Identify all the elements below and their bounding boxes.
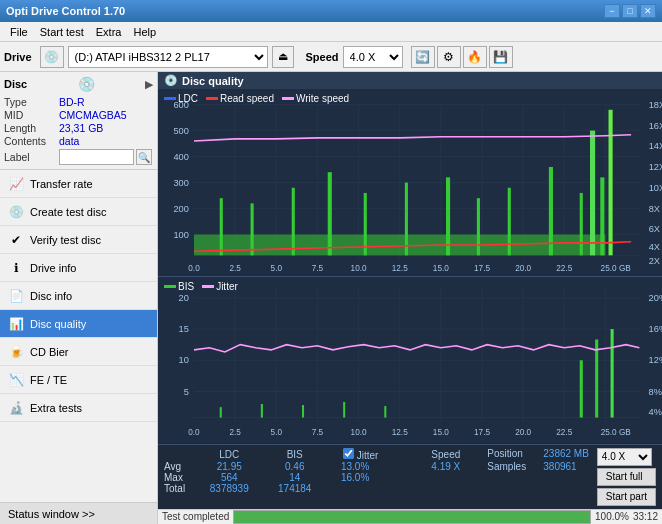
svg-rect-48	[292, 188, 295, 256]
action-buttons: 4.0 X Start full Start part	[597, 448, 656, 506]
sidebar-item-create-test-disc[interactable]: 💿 Create test disc	[0, 198, 157, 226]
app-title: Opti Drive Control 1.70	[6, 5, 125, 17]
sidebar-item-verify-test-disc[interactable]: ✔ Verify test disc	[0, 226, 157, 254]
avg-label: Avg	[164, 461, 194, 472]
mid-label: MID	[4, 109, 59, 121]
disc-quality-icon: 📊	[8, 316, 24, 332]
sidebar-item-cd-bier[interactable]: 🍺 CD Bier	[0, 338, 157, 366]
sidebar-item-disc-info[interactable]: 📄 Disc info	[0, 282, 157, 310]
sidebar-item-extra-tests[interactable]: 🔬 Extra tests	[0, 394, 157, 422]
ldc-color	[164, 97, 176, 100]
nav-label-drive-info: Drive info	[30, 262, 76, 274]
svg-text:20.0: 20.0	[515, 264, 531, 273]
label-search-button[interactable]: 🔍	[136, 149, 152, 165]
save-icon[interactable]: 💾	[489, 46, 513, 68]
jitter-legend: Jitter	[202, 281, 238, 292]
menu-help[interactable]: Help	[127, 24, 162, 40]
avg-speed: 4.19 X	[412, 461, 479, 472]
svg-text:16%: 16%	[649, 324, 662, 334]
speed-dropdown[interactable]: 4.0 X	[597, 448, 652, 466]
nav-label-cd-bier: CD Bier	[30, 346, 69, 358]
fe-te-icon: 📉	[8, 372, 24, 388]
max-jitter: 16.0%	[341, 472, 412, 483]
content-area: 💿 Disc quality LDC Read speed Write spee…	[158, 72, 662, 524]
sidebar-item-disc-quality[interactable]: 📊 Disc quality	[0, 310, 157, 338]
jitter-check-cell: Jitter	[341, 448, 412, 461]
svg-rect-101	[580, 360, 583, 417]
svg-rect-52	[446, 177, 450, 255]
max-label: Max	[164, 472, 194, 483]
jitter-color	[202, 285, 214, 288]
bis-header: BIS	[265, 448, 325, 461]
svg-rect-45	[194, 235, 605, 256]
disc-header-icon[interactable]: 💿	[78, 76, 95, 92]
type-label: Type	[4, 96, 59, 108]
svg-rect-49	[328, 172, 332, 255]
minimize-button[interactable]: −	[604, 4, 620, 18]
drive-select[interactable]: (D:) ATAPI iHBS312 2 PL17	[68, 46, 268, 68]
type-value: BD-R	[59, 96, 85, 108]
svg-text:25.0 GB: 25.0 GB	[601, 264, 632, 273]
svg-text:2.5: 2.5	[229, 428, 241, 437]
svg-text:500: 500	[173, 126, 188, 136]
start-part-button[interactable]: Start part	[597, 488, 656, 506]
status-window-button[interactable]: Status window >>	[0, 502, 157, 524]
svg-rect-54	[508, 188, 511, 256]
svg-text:0.0: 0.0	[188, 428, 200, 437]
window-controls: − □ ✕	[604, 4, 656, 18]
settings-icon[interactable]: ⚙	[437, 46, 461, 68]
svg-text:12.5: 12.5	[392, 428, 408, 437]
position-value: 23862 MB	[543, 448, 589, 459]
svg-rect-55	[549, 167, 553, 255]
menu-file[interactable]: File	[4, 24, 34, 40]
drive-bar: Drive 💿 (D:) ATAPI iHBS312 2 PL17 ⏏ Spee…	[0, 42, 662, 72]
svg-text:10.0: 10.0	[351, 264, 367, 273]
burn-icon[interactable]: 🔥	[463, 46, 487, 68]
speed-select[interactable]: 4.0 X	[343, 46, 403, 68]
bottom-bar: Test completed 100.0% 33:12	[158, 509, 662, 524]
svg-rect-103	[611, 329, 614, 417]
svg-rect-102	[595, 340, 598, 418]
svg-text:17.5: 17.5	[474, 428, 490, 437]
svg-text:7.5: 7.5	[312, 264, 324, 273]
ldc-header: LDC	[194, 448, 265, 461]
refresh-icon[interactable]: 🔄	[411, 46, 435, 68]
nav-label-create-test-disc: Create test disc	[30, 206, 106, 218]
avg-bis: 0.46	[265, 461, 325, 472]
svg-text:12.5: 12.5	[392, 264, 408, 273]
svg-rect-51	[405, 183, 408, 256]
label-input[interactable]	[59, 149, 134, 165]
sidebar-item-fe-te[interactable]: 📉 FE / TE	[0, 366, 157, 394]
svg-text:5.0: 5.0	[271, 264, 283, 273]
sidebar-item-drive-info[interactable]: ℹ Drive info	[0, 254, 157, 282]
svg-text:12X: 12X	[649, 162, 662, 172]
sidebar-item-transfer-rate[interactable]: 📈 Transfer rate	[0, 170, 157, 198]
jitter-chart-label: Jitter	[216, 281, 238, 292]
total-ldc: 8378939	[194, 483, 265, 494]
maximize-button[interactable]: □	[622, 4, 638, 18]
disc-panel: Disc 💿 ▶ Type BD-R MID CMCMAGBA5 Length …	[0, 72, 157, 170]
svg-rect-97	[261, 404, 263, 418]
ldc-legend: LDC	[164, 93, 198, 104]
svg-rect-56	[580, 193, 583, 255]
eject-button[interactable]: ⏏	[272, 46, 294, 68]
svg-text:300: 300	[173, 178, 188, 188]
menu-extra[interactable]: Extra	[90, 24, 128, 40]
contents-label: Contents	[4, 135, 59, 147]
svg-rect-50	[364, 193, 367, 255]
read-speed-color	[206, 97, 218, 100]
samples-label: Samples	[487, 461, 539, 472]
menu-start-test[interactable]: Start test	[34, 24, 90, 40]
svg-text:100: 100	[173, 230, 188, 240]
svg-rect-98	[302, 405, 304, 417]
jitter-checkbox[interactable]	[343, 448, 354, 459]
disc-contents-row: Contents data	[4, 135, 153, 147]
svg-text:22.5: 22.5	[556, 428, 572, 437]
position-row: Position 23862 MB	[487, 448, 589, 459]
position-label: Position	[487, 448, 539, 459]
close-button[interactable]: ✕	[640, 4, 656, 18]
bottom-chart-svg: 20 15 10 5 20% 16% 12% 8% 4% 0.0 2.5 5.0…	[158, 277, 662, 444]
speed-stat-header: Speed	[412, 448, 479, 461]
start-full-button[interactable]: Start full	[597, 468, 656, 486]
svg-text:15: 15	[179, 324, 189, 334]
